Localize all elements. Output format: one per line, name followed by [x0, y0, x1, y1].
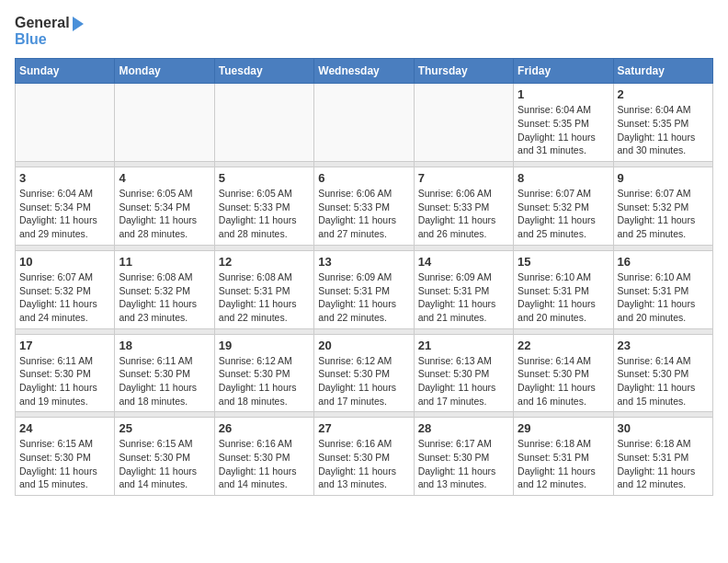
calendar-day-cell: 18Sunrise: 6:11 AMSunset: 5:30 PMDayligh… [115, 334, 214, 412]
day-number: 8 [518, 171, 609, 185]
calendar-day-cell: 24Sunrise: 6:15 AMSunset: 5:30 PMDayligh… [16, 418, 115, 496]
day-info: Sunrise: 6:18 AMSunset: 5:31 PMDaylight:… [518, 437, 609, 491]
day-number: 26 [219, 421, 310, 435]
calendar-day-cell: 26Sunrise: 6:16 AMSunset: 5:30 PMDayligh… [214, 418, 313, 496]
calendar-day-cell: 1Sunrise: 6:04 AMSunset: 5:35 PMDaylight… [514, 84, 613, 162]
day-number: 16 [618, 255, 709, 269]
calendar-day-cell: 11Sunrise: 6:08 AMSunset: 5:32 PMDayligh… [115, 250, 214, 328]
weekday-header: Monday [115, 59, 214, 84]
calendar-day-cell: 15Sunrise: 6:10 AMSunset: 5:31 PMDayligh… [514, 250, 613, 328]
day-number: 13 [318, 255, 409, 269]
day-number: 22 [518, 339, 609, 352]
calendar-day-cell: 7Sunrise: 6:06 AMSunset: 5:33 PMDaylight… [414, 167, 513, 246]
calendar-day-cell: 20Sunrise: 6:12 AMSunset: 5:30 PMDayligh… [314, 334, 414, 412]
day-number: 20 [318, 339, 409, 352]
day-number: 4 [119, 171, 210, 185]
day-number: 2 [618, 87, 709, 101]
calendar-week-row: 10Sunrise: 6:07 AMSunset: 5:32 PMDayligh… [16, 250, 713, 328]
calendar-day-cell: 13Sunrise: 6:09 AMSunset: 5:31 PMDayligh… [314, 250, 414, 328]
day-info: Sunrise: 6:12 AMSunset: 5:30 PMDaylight:… [318, 354, 409, 408]
calendar-table: SundayMondayTuesdayWednesdayThursdayFrid… [15, 58, 713, 496]
weekday-header: Sunday [16, 59, 115, 84]
day-info: Sunrise: 6:15 AMSunset: 5:30 PMDaylight:… [19, 437, 110, 491]
day-info: Sunrise: 6:14 AMSunset: 5:30 PMDaylight:… [518, 354, 609, 408]
day-info: Sunrise: 6:10 AMSunset: 5:31 PMDaylight:… [618, 270, 709, 325]
day-info: Sunrise: 6:07 AMSunset: 5:32 PMDaylight:… [618, 187, 709, 241]
calendar-day-cell: 22Sunrise: 6:14 AMSunset: 5:30 PMDayligh… [514, 334, 613, 412]
day-info: Sunrise: 6:06 AMSunset: 5:33 PMDaylight:… [318, 187, 409, 241]
calendar-day-cell: 12Sunrise: 6:08 AMSunset: 5:31 PMDayligh… [214, 250, 313, 328]
day-info: Sunrise: 6:16 AMSunset: 5:30 PMDaylight:… [318, 437, 409, 491]
day-number: 11 [119, 255, 210, 269]
day-number: 17 [19, 339, 110, 352]
day-number: 25 [119, 421, 210, 435]
calendar-day-cell: 10Sunrise: 6:07 AMSunset: 5:32 PMDayligh… [16, 250, 115, 328]
day-info: Sunrise: 6:14 AMSunset: 5:30 PMDaylight:… [618, 354, 709, 408]
calendar-day-cell: 21Sunrise: 6:13 AMSunset: 5:30 PMDayligh… [414, 334, 513, 412]
day-info: Sunrise: 6:05 AMSunset: 5:34 PMDaylight:… [119, 187, 210, 241]
day-info: Sunrise: 6:04 AMSunset: 5:34 PMDaylight:… [19, 187, 110, 241]
day-number: 12 [219, 255, 310, 269]
calendar-week-row: 1Sunrise: 6:04 AMSunset: 5:35 PMDaylight… [16, 84, 713, 162]
day-number: 29 [518, 421, 609, 435]
day-info: Sunrise: 6:05 AMSunset: 5:33 PMDaylight:… [219, 187, 310, 241]
day-info: Sunrise: 6:10 AMSunset: 5:31 PMDaylight:… [518, 270, 609, 325]
day-info: Sunrise: 6:07 AMSunset: 5:32 PMDaylight:… [518, 187, 609, 241]
day-number: 14 [418, 255, 509, 269]
day-number: 1 [518, 87, 609, 101]
day-info: Sunrise: 6:11 AMSunset: 5:30 PMDaylight:… [19, 354, 110, 408]
logo: General Blue [15, 15, 84, 47]
day-info: Sunrise: 6:09 AMSunset: 5:31 PMDaylight:… [418, 270, 509, 325]
day-info: Sunrise: 6:17 AMSunset: 5:30 PMDaylight:… [418, 437, 509, 491]
calendar-day-cell: 8Sunrise: 6:07 AMSunset: 5:32 PMDaylight… [514, 167, 613, 246]
day-number: 3 [19, 171, 110, 185]
day-number: 18 [119, 339, 210, 352]
day-info: Sunrise: 6:04 AMSunset: 5:35 PMDaylight:… [518, 103, 609, 157]
calendar-day-cell: 30Sunrise: 6:18 AMSunset: 5:31 PMDayligh… [613, 418, 712, 496]
weekday-header: Wednesday [314, 59, 414, 84]
day-number: 30 [618, 421, 709, 435]
day-info: Sunrise: 6:12 AMSunset: 5:30 PMDaylight:… [219, 354, 310, 408]
calendar-day-cell: 17Sunrise: 6:11 AMSunset: 5:30 PMDayligh… [16, 334, 115, 412]
calendar-day-cell [16, 84, 115, 162]
calendar-day-cell: 5Sunrise: 6:05 AMSunset: 5:33 PMDaylight… [214, 167, 313, 246]
day-number: 19 [219, 339, 310, 352]
calendar-day-cell: 2Sunrise: 6:04 AMSunset: 5:35 PMDaylight… [613, 84, 712, 162]
calendar-week-row: 17Sunrise: 6:11 AMSunset: 5:30 PMDayligh… [16, 334, 713, 412]
day-number: 6 [318, 171, 409, 185]
day-number: 15 [518, 255, 609, 269]
calendar-day-cell: 9Sunrise: 6:07 AMSunset: 5:32 PMDaylight… [613, 167, 712, 246]
calendar-day-cell [314, 84, 414, 162]
page-header: General Blue [15, 15, 713, 47]
day-info: Sunrise: 6:09 AMSunset: 5:31 PMDaylight:… [318, 270, 409, 325]
day-number: 24 [19, 421, 110, 435]
day-number: 27 [318, 421, 409, 435]
calendar-day-cell [214, 84, 313, 162]
weekday-header: Thursday [414, 59, 513, 84]
day-info: Sunrise: 6:06 AMSunset: 5:33 PMDaylight:… [418, 187, 509, 241]
calendar-day-cell: 16Sunrise: 6:10 AMSunset: 5:31 PMDayligh… [613, 250, 712, 328]
day-info: Sunrise: 6:15 AMSunset: 5:30 PMDaylight:… [119, 437, 210, 491]
calendar-header-row: SundayMondayTuesdayWednesdayThursdayFrid… [16, 59, 713, 84]
day-number: 21 [418, 339, 509, 352]
day-number: 7 [418, 171, 509, 185]
calendar-day-cell: 19Sunrise: 6:12 AMSunset: 5:30 PMDayligh… [214, 334, 313, 412]
calendar-day-cell: 14Sunrise: 6:09 AMSunset: 5:31 PMDayligh… [414, 250, 513, 328]
weekday-header: Friday [514, 59, 613, 84]
weekday-header: Saturday [613, 59, 712, 84]
calendar-day-cell [115, 84, 214, 162]
calendar-day-cell: 23Sunrise: 6:14 AMSunset: 5:30 PMDayligh… [613, 334, 712, 412]
calendar-day-cell: 25Sunrise: 6:15 AMSunset: 5:30 PMDayligh… [115, 418, 214, 496]
calendar-body: 1Sunrise: 6:04 AMSunset: 5:35 PMDaylight… [16, 84, 713, 496]
day-number: 9 [618, 171, 709, 185]
day-info: Sunrise: 6:16 AMSunset: 5:30 PMDaylight:… [219, 437, 310, 491]
day-info: Sunrise: 6:11 AMSunset: 5:30 PMDaylight:… [119, 354, 210, 408]
calendar-day-cell: 4Sunrise: 6:05 AMSunset: 5:34 PMDaylight… [115, 167, 214, 246]
calendar-week-row: 24Sunrise: 6:15 AMSunset: 5:30 PMDayligh… [16, 418, 713, 496]
day-number: 23 [618, 339, 709, 352]
calendar-day-cell: 29Sunrise: 6:18 AMSunset: 5:31 PMDayligh… [514, 418, 613, 496]
day-info: Sunrise: 6:04 AMSunset: 5:35 PMDaylight:… [618, 103, 709, 157]
calendar-day-cell: 6Sunrise: 6:06 AMSunset: 5:33 PMDaylight… [314, 167, 414, 246]
day-info: Sunrise: 6:07 AMSunset: 5:32 PMDaylight:… [19, 270, 110, 325]
calendar-day-cell: 28Sunrise: 6:17 AMSunset: 5:30 PMDayligh… [414, 418, 513, 496]
